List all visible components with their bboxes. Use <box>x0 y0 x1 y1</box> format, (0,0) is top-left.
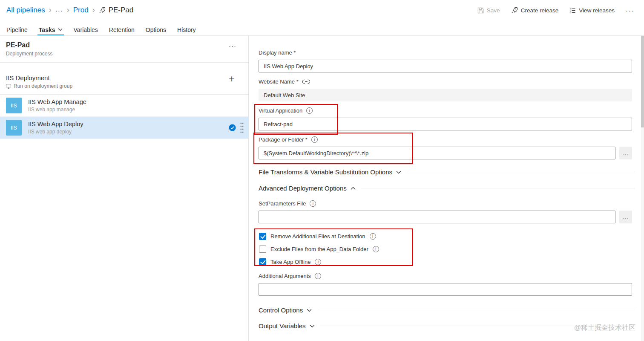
setparameters-file-label: SetParameters File i <box>259 200 632 207</box>
task-subtitle: IIS web app deploy <box>28 129 229 135</box>
tab-history[interactable]: History <box>172 20 201 35</box>
field-package-or-folder: Package or Folder * i ... <box>259 136 632 159</box>
create-release-button[interactable]: Create release <box>511 7 559 14</box>
chevron-down-icon <box>307 309 312 312</box>
task-subtitle: IIS web app manage <box>28 107 244 113</box>
chevron-down-icon <box>58 28 63 31</box>
info-icon[interactable]: i <box>315 259 321 265</box>
field-virtual-application: Virtual Application i <box>259 107 632 130</box>
watermark: @稀土掘金技术社区 <box>574 324 635 332</box>
info-icon[interactable]: i <box>370 233 376 240</box>
task-title: IIS Web App Deploy <box>28 121 229 127</box>
checkbox-row-remove-additional-files: Remove Additional Files at Destination i <box>259 232 632 240</box>
chevron-right-icon: › <box>67 6 69 14</box>
setparameters-file-input[interactable] <box>259 211 615 223</box>
task-row-iis-web-app-manage[interactable]: IIS IIS Web App Manage IIS web app manag… <box>0 95 248 117</box>
selected-check-icon <box>229 124 236 131</box>
breadcrumb-prod[interactable]: Prod <box>73 6 89 14</box>
process-more-button[interactable]: ··· <box>229 42 236 49</box>
tab-pipeline[interactable]: Pipeline <box>1 20 33 35</box>
field-website-name: Website Name * <box>259 78 632 101</box>
virtual-application-label: Virtual Application i <box>259 107 632 114</box>
tab-retention[interactable]: Retention <box>104 20 140 35</box>
chevron-right-icon: › <box>92 6 95 14</box>
website-name-input <box>259 89 632 101</box>
checkbox-row-exclude-app-data: Exclude Files from the App_Data Folder i <box>259 245 632 253</box>
vertical-scrollbar[interactable] <box>641 36 644 341</box>
deployment-group-subtitle: Run on deployment group <box>6 83 72 89</box>
remove-additional-files-checkbox[interactable] <box>259 233 266 240</box>
process-subtitle: Deployment process <box>6 51 52 57</box>
field-additional-arguments: Additional Arguments i <box>259 273 632 296</box>
chevron-up-icon <box>351 187 356 190</box>
view-releases-button[interactable]: View releases <box>569 7 615 14</box>
task-title: IIS Web App Manage <box>28 98 244 105</box>
header-more-button[interactable]: ··· <box>626 7 635 14</box>
header-actions: Save Create release View releases ··· <box>477 7 635 14</box>
package-or-folder-label: Package or Folder * i <box>259 136 632 143</box>
deployment-group-icon <box>6 84 11 89</box>
process-header: PE-Pad Deployment process ··· <box>0 36 248 63</box>
display-name-input[interactable] <box>259 60 632 72</box>
checkbox-label: Remove Additional Files at Destination <box>270 233 365 240</box>
task-row-iis-web-app-deploy[interactable]: IIS IIS Web App Deploy IIS web app deplo… <box>0 117 248 139</box>
info-icon[interactable]: i <box>311 136 318 143</box>
field-display-name: Display name * <box>259 49 632 72</box>
section-divider <box>317 310 635 310</box>
section-advanced-deployment-options[interactable]: Advanced Deployment Options <box>259 185 635 192</box>
rocket-icon <box>511 7 518 14</box>
virtual-application-input[interactable] <box>259 118 632 130</box>
field-setparameters-file: SetParameters File i ... <box>259 200 632 223</box>
iis-task-icon: IIS <box>6 120 22 136</box>
checkbox-row-take-app-offline: Take App Offline i <box>259 257 632 266</box>
info-icon[interactable]: i <box>310 200 316 207</box>
checkbox-label: Take App Offline <box>270 259 310 265</box>
setparameters-browse-button[interactable]: ... <box>619 211 632 223</box>
additional-arguments-input[interactable] <box>259 283 632 296</box>
deployment-checkbox-group: Remove Additional Files at Destination i… <box>259 232 632 266</box>
process-title: PE-Pad <box>6 41 52 49</box>
release-pipeline-icon <box>99 7 106 14</box>
breadcrumb-current: PE-Pad <box>99 6 134 14</box>
info-icon[interactable]: i <box>315 273 321 279</box>
breadcrumb-all-pipelines[interactable]: All pipelines <box>6 6 45 14</box>
link-icon[interactable] <box>302 79 310 84</box>
deployment-group-title: IIS Deployment <box>6 74 72 81</box>
tab-options[interactable]: Options <box>140 20 172 35</box>
save-button[interactable]: Save <box>477 7 500 14</box>
top-bar: All pipelines › ··· › Prod › PE-Pad Save <box>0 0 644 20</box>
scrollbar-thumb[interactable] <box>641 36 644 127</box>
package-or-folder-input[interactable] <box>259 147 615 159</box>
save-icon <box>477 7 484 14</box>
take-app-offline-checkbox[interactable] <box>259 258 266 266</box>
display-name-label: Display name * <box>259 49 632 56</box>
section-file-transforms[interactable]: File Transforms & Variable Substitution … <box>259 168 635 176</box>
tab-tasks[interactable]: Tasks <box>33 20 68 35</box>
section-divider <box>361 188 635 188</box>
info-icon[interactable]: i <box>373 246 379 252</box>
list-icon <box>569 7 576 14</box>
breadcrumb-ellipsis[interactable]: ··· <box>55 7 63 14</box>
section-control-options[interactable]: Control Options <box>259 306 635 314</box>
checkbox-label: Exclude Files from the App_Data Folder <box>270 246 368 252</box>
exclude-app-data-checkbox[interactable] <box>259 246 266 253</box>
tab-bar: Pipeline Tasks Variables Retention Optio… <box>0 20 644 36</box>
add-task-button[interactable]: + <box>229 74 235 84</box>
breadcrumb: All pipelines › ··· › Prod › PE-Pad <box>6 6 133 14</box>
iis-task-icon: IIS <box>6 98 22 113</box>
additional-arguments-label: Additional Arguments i <box>259 273 632 279</box>
chevron-down-icon <box>310 324 315 328</box>
content-area: PE-Pad Deployment process ··· IIS Deploy… <box>0 36 644 341</box>
tab-variables[interactable]: Variables <box>68 20 104 35</box>
chevron-right-icon: › <box>49 6 52 14</box>
package-browse-button[interactable]: ... <box>619 147 632 159</box>
drag-handle[interactable] <box>240 122 244 133</box>
task-settings-panel: Display name * Website Name * Virtual Ap… <box>249 36 644 341</box>
chevron-down-icon <box>396 170 401 174</box>
app-window: All pipelines › ··· › Prod › PE-Pad Save <box>0 0 644 341</box>
website-name-label: Website Name * <box>259 78 632 85</box>
info-icon[interactable]: i <box>306 107 313 114</box>
deployment-group-header[interactable]: IIS Deployment Run on deployment group + <box>0 69 248 95</box>
tasks-panel: PE-Pad Deployment process ··· IIS Deploy… <box>0 36 249 341</box>
page-title: PE-Pad <box>109 6 134 14</box>
